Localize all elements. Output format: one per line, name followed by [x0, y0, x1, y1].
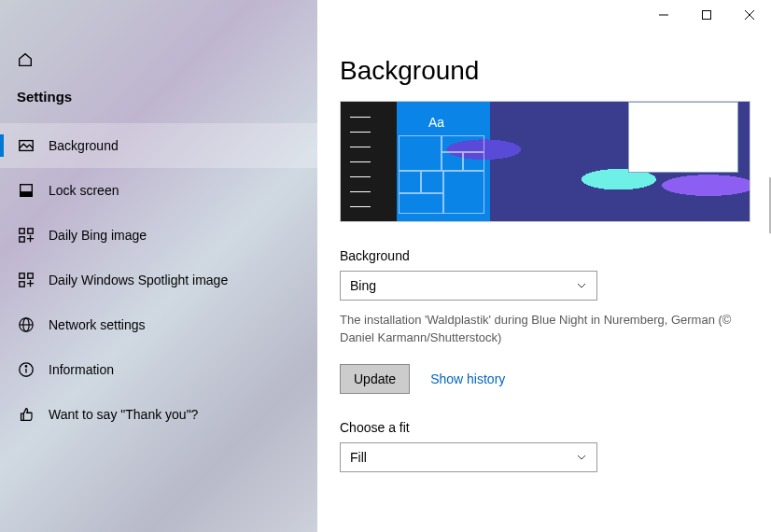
svg-rect-11 — [28, 273, 33, 278]
sidebar-item-label: Lock screen — [49, 183, 119, 198]
svg-rect-1 — [703, 11, 711, 20]
svg-rect-6 — [21, 192, 33, 197]
minimize-button[interactable] — [642, 0, 685, 30]
sidebar-item-network[interactable]: Network settings — [0, 302, 317, 347]
minimize-icon — [659, 10, 668, 20]
update-button[interactable]: Update — [340, 364, 410, 394]
sidebar-item-label: Network settings — [49, 317, 145, 332]
main-content: Background Aa Background Bing The instal… — [317, 0, 771, 532]
thumbs-up-icon — [17, 405, 35, 424]
image-icon — [17, 136, 35, 155]
sidebar-item-thanks[interactable]: Want to say "Thank you"? — [0, 392, 317, 437]
background-dropdown[interactable]: Bing — [340, 271, 597, 301]
svg-rect-9 — [20, 237, 24, 242]
show-history-link[interactable]: Show history — [430, 371, 505, 386]
sidebar-item-label: Daily Bing image — [49, 228, 147, 243]
sidebar-item-label: Background — [49, 138, 119, 153]
fit-label: Choose a fit — [340, 420, 752, 435]
preview-window — [628, 102, 738, 173]
info-icon — [17, 360, 35, 379]
lock-screen-icon — [17, 181, 35, 200]
preview-tiles — [399, 135, 488, 216]
close-icon — [745, 10, 754, 20]
sidebar-item-label: Daily Windows Spotlight image — [49, 273, 228, 287]
preview-taskbar-ticks — [350, 109, 376, 214]
image-caption: The installation 'Waldplastik' during Bl… — [340, 312, 750, 347]
sidebar-item-daily-bing[interactable]: Daily Bing image — [0, 213, 317, 258]
page-title: Background — [340, 56, 752, 86]
fit-dropdown-value: Fill — [350, 450, 367, 465]
background-dropdown-value: Bing — [350, 278, 376, 293]
home-button[interactable] — [17, 51, 317, 72]
sidebar-item-lock-screen[interactable]: Lock screen — [0, 168, 317, 213]
sidebar-item-label: Information — [49, 362, 114, 377]
maximize-button[interactable] — [685, 0, 728, 30]
sidebar-heading: Settings — [17, 89, 317, 105]
sidebar-item-information[interactable]: Information — [0, 347, 317, 392]
sidebar-item-background[interactable]: Background — [0, 123, 317, 168]
svg-rect-7 — [20, 229, 24, 233]
globe-icon — [17, 315, 35, 334]
settings-window: Settings Background Lock screen Daily Bi… — [0, 0, 771, 532]
close-button[interactable] — [728, 0, 771, 30]
apps-icon — [17, 226, 35, 245]
sidebar-item-label: Want to say "Thank you"? — [49, 407, 198, 422]
background-label: Background — [340, 248, 752, 263]
sidebar: Settings Background Lock screen Daily Bi… — [0, 0, 317, 532]
desktop-preview: Aa — [340, 101, 750, 222]
window-controls — [642, 0, 771, 30]
preview-sample-text: Aa — [428, 115, 444, 130]
svg-rect-10 — [20, 273, 24, 278]
svg-point-18 — [25, 366, 26, 367]
home-icon — [17, 51, 34, 68]
svg-rect-12 — [20, 282, 24, 287]
chevron-down-icon — [576, 280, 587, 291]
sidebar-item-daily-spotlight[interactable]: Daily Windows Spotlight image — [0, 258, 317, 302]
maximize-icon — [702, 10, 711, 20]
apps-icon — [17, 271, 35, 289]
fit-dropdown[interactable]: Fill — [340, 442, 597, 472]
chevron-down-icon — [576, 452, 587, 463]
svg-rect-8 — [28, 229, 33, 233]
